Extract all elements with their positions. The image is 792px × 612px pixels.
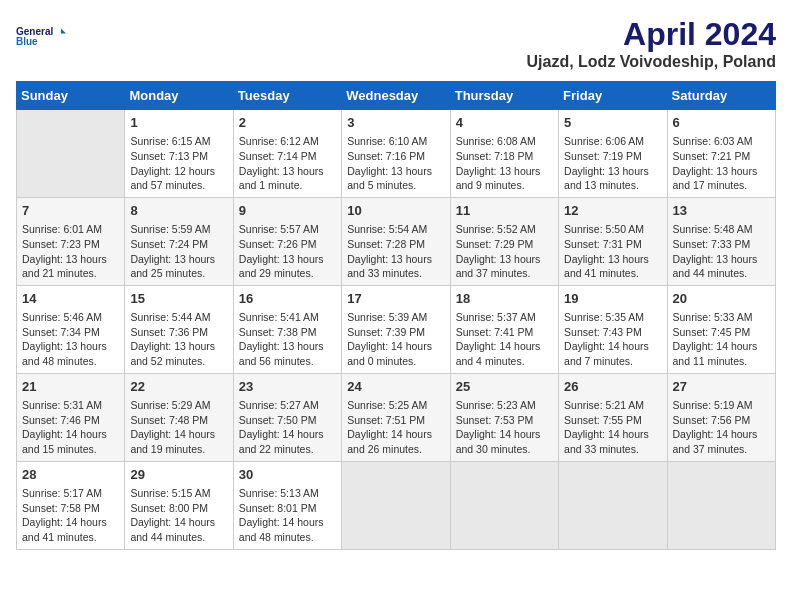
day-info: Sunrise: 5:29 AM Sunset: 7:48 PM Dayligh…: [130, 398, 227, 457]
calendar-cell: 30Sunrise: 5:13 AM Sunset: 8:01 PM Dayli…: [233, 461, 341, 549]
day-info: Sunrise: 5:41 AM Sunset: 7:38 PM Dayligh…: [239, 310, 336, 369]
calendar-cell: [667, 461, 775, 549]
day-info: Sunrise: 5:27 AM Sunset: 7:50 PM Dayligh…: [239, 398, 336, 457]
calendar-table: SundayMondayTuesdayWednesdayThursdayFrid…: [16, 81, 776, 550]
col-header-monday: Monday: [125, 82, 233, 110]
day-number: 19: [564, 290, 661, 308]
svg-text:General: General: [16, 26, 53, 37]
day-number: 25: [456, 378, 553, 396]
day-number: 7: [22, 202, 119, 220]
calendar-cell: 18Sunrise: 5:37 AM Sunset: 7:41 PM Dayli…: [450, 285, 558, 373]
day-info: Sunrise: 6:10 AM Sunset: 7:16 PM Dayligh…: [347, 134, 444, 193]
calendar-cell: 25Sunrise: 5:23 AM Sunset: 7:53 PM Dayli…: [450, 373, 558, 461]
week-row-4: 21Sunrise: 5:31 AM Sunset: 7:46 PM Dayli…: [17, 373, 776, 461]
day-number: 29: [130, 466, 227, 484]
calendar-cell: 5Sunrise: 6:06 AM Sunset: 7:19 PM Daylig…: [559, 110, 667, 198]
calendar-cell: 21Sunrise: 5:31 AM Sunset: 7:46 PM Dayli…: [17, 373, 125, 461]
week-row-5: 28Sunrise: 5:17 AM Sunset: 7:58 PM Dayli…: [17, 461, 776, 549]
calendar-cell: 19Sunrise: 5:35 AM Sunset: 7:43 PM Dayli…: [559, 285, 667, 373]
day-info: Sunrise: 5:17 AM Sunset: 7:58 PM Dayligh…: [22, 486, 119, 545]
day-info: Sunrise: 5:23 AM Sunset: 7:53 PM Dayligh…: [456, 398, 553, 457]
day-number: 26: [564, 378, 661, 396]
calendar-cell: 9Sunrise: 5:57 AM Sunset: 7:26 PM Daylig…: [233, 197, 341, 285]
svg-text:Blue: Blue: [16, 36, 38, 47]
day-info: Sunrise: 5:59 AM Sunset: 7:24 PM Dayligh…: [130, 222, 227, 281]
day-number: 4: [456, 114, 553, 132]
day-info: Sunrise: 5:46 AM Sunset: 7:34 PM Dayligh…: [22, 310, 119, 369]
week-row-3: 14Sunrise: 5:46 AM Sunset: 7:34 PM Dayli…: [17, 285, 776, 373]
day-number: 13: [673, 202, 770, 220]
calendar-cell: 16Sunrise: 5:41 AM Sunset: 7:38 PM Dayli…: [233, 285, 341, 373]
main-title: April 2024: [527, 16, 777, 53]
day-number: 30: [239, 466, 336, 484]
day-info: Sunrise: 6:12 AM Sunset: 7:14 PM Dayligh…: [239, 134, 336, 193]
day-number: 9: [239, 202, 336, 220]
calendar-cell: 27Sunrise: 5:19 AM Sunset: 7:56 PM Dayli…: [667, 373, 775, 461]
day-number: 18: [456, 290, 553, 308]
day-info: Sunrise: 6:03 AM Sunset: 7:21 PM Dayligh…: [673, 134, 770, 193]
day-number: 23: [239, 378, 336, 396]
calendar-cell: 7Sunrise: 6:01 AM Sunset: 7:23 PM Daylig…: [17, 197, 125, 285]
day-number: 11: [456, 202, 553, 220]
calendar-cell: 4Sunrise: 6:08 AM Sunset: 7:18 PM Daylig…: [450, 110, 558, 198]
day-number: 6: [673, 114, 770, 132]
day-info: Sunrise: 5:21 AM Sunset: 7:55 PM Dayligh…: [564, 398, 661, 457]
col-header-friday: Friday: [559, 82, 667, 110]
calendar-cell: 14Sunrise: 5:46 AM Sunset: 7:34 PM Dayli…: [17, 285, 125, 373]
day-info: Sunrise: 5:48 AM Sunset: 7:33 PM Dayligh…: [673, 222, 770, 281]
calendar-cell: 6Sunrise: 6:03 AM Sunset: 7:21 PM Daylig…: [667, 110, 775, 198]
day-info: Sunrise: 5:13 AM Sunset: 8:01 PM Dayligh…: [239, 486, 336, 545]
calendar-cell: 28Sunrise: 5:17 AM Sunset: 7:58 PM Dayli…: [17, 461, 125, 549]
calendar-cell: 23Sunrise: 5:27 AM Sunset: 7:50 PM Dayli…: [233, 373, 341, 461]
day-info: Sunrise: 5:57 AM Sunset: 7:26 PM Dayligh…: [239, 222, 336, 281]
day-number: 16: [239, 290, 336, 308]
day-info: Sunrise: 5:50 AM Sunset: 7:31 PM Dayligh…: [564, 222, 661, 281]
title-block: April 2024 Ujazd, Lodz Voivodeship, Pola…: [527, 16, 777, 71]
page-header: General Blue April 2024 Ujazd, Lodz Voiv…: [16, 16, 776, 71]
day-number: 1: [130, 114, 227, 132]
day-number: 24: [347, 378, 444, 396]
day-info: Sunrise: 5:52 AM Sunset: 7:29 PM Dayligh…: [456, 222, 553, 281]
calendar-cell: 12Sunrise: 5:50 AM Sunset: 7:31 PM Dayli…: [559, 197, 667, 285]
day-number: 2: [239, 114, 336, 132]
day-number: 21: [22, 378, 119, 396]
day-info: Sunrise: 6:15 AM Sunset: 7:13 PM Dayligh…: [130, 134, 227, 193]
calendar-cell: 17Sunrise: 5:39 AM Sunset: 7:39 PM Dayli…: [342, 285, 450, 373]
day-info: Sunrise: 5:15 AM Sunset: 8:00 PM Dayligh…: [130, 486, 227, 545]
calendar-header-row: SundayMondayTuesdayWednesdayThursdayFrid…: [17, 82, 776, 110]
day-info: Sunrise: 6:06 AM Sunset: 7:19 PM Dayligh…: [564, 134, 661, 193]
calendar-cell: 20Sunrise: 5:33 AM Sunset: 7:45 PM Dayli…: [667, 285, 775, 373]
day-number: 17: [347, 290, 444, 308]
week-row-1: 1Sunrise: 6:15 AM Sunset: 7:13 PM Daylig…: [17, 110, 776, 198]
calendar-cell: 26Sunrise: 5:21 AM Sunset: 7:55 PM Dayli…: [559, 373, 667, 461]
day-number: 14: [22, 290, 119, 308]
day-number: 5: [564, 114, 661, 132]
subtitle: Ujazd, Lodz Voivodeship, Poland: [527, 53, 777, 71]
calendar-cell: 15Sunrise: 5:44 AM Sunset: 7:36 PM Dayli…: [125, 285, 233, 373]
col-header-wednesday: Wednesday: [342, 82, 450, 110]
day-number: 15: [130, 290, 227, 308]
day-info: Sunrise: 5:33 AM Sunset: 7:45 PM Dayligh…: [673, 310, 770, 369]
day-number: 27: [673, 378, 770, 396]
calendar-cell: [342, 461, 450, 549]
day-number: 8: [130, 202, 227, 220]
day-number: 3: [347, 114, 444, 132]
day-number: 28: [22, 466, 119, 484]
calendar-cell: 13Sunrise: 5:48 AM Sunset: 7:33 PM Dayli…: [667, 197, 775, 285]
calendar-cell: [17, 110, 125, 198]
day-info: Sunrise: 6:08 AM Sunset: 7:18 PM Dayligh…: [456, 134, 553, 193]
week-row-2: 7Sunrise: 6:01 AM Sunset: 7:23 PM Daylig…: [17, 197, 776, 285]
calendar-cell: 10Sunrise: 5:54 AM Sunset: 7:28 PM Dayli…: [342, 197, 450, 285]
day-number: 12: [564, 202, 661, 220]
calendar-cell: 1Sunrise: 6:15 AM Sunset: 7:13 PM Daylig…: [125, 110, 233, 198]
col-header-sunday: Sunday: [17, 82, 125, 110]
calendar-cell: 3Sunrise: 6:10 AM Sunset: 7:16 PM Daylig…: [342, 110, 450, 198]
day-info: Sunrise: 5:25 AM Sunset: 7:51 PM Dayligh…: [347, 398, 444, 457]
calendar-cell: 24Sunrise: 5:25 AM Sunset: 7:51 PM Dayli…: [342, 373, 450, 461]
calendar-cell: 22Sunrise: 5:29 AM Sunset: 7:48 PM Dayli…: [125, 373, 233, 461]
logo-svg: General Blue: [16, 16, 66, 56]
day-info: Sunrise: 5:19 AM Sunset: 7:56 PM Dayligh…: [673, 398, 770, 457]
day-info: Sunrise: 5:31 AM Sunset: 7:46 PM Dayligh…: [22, 398, 119, 457]
calendar-cell: 2Sunrise: 6:12 AM Sunset: 7:14 PM Daylig…: [233, 110, 341, 198]
day-number: 22: [130, 378, 227, 396]
